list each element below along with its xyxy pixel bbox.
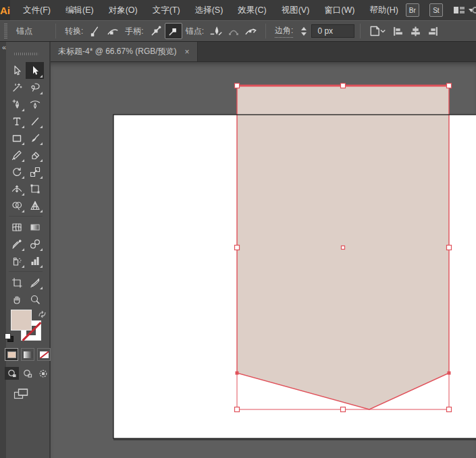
blend-tool[interactable]	[26, 235, 44, 252]
anchor-point[interactable]	[448, 372, 451, 375]
cut-path-icon	[244, 25, 258, 37]
scale-tool[interactable]	[26, 163, 44, 180]
menu-effect[interactable]: 效果(C)	[230, 0, 273, 20]
direct-selection-tool[interactable]	[26, 62, 44, 79]
draw-inside-button[interactable]	[36, 367, 50, 380]
panel-grip-icon[interactable]	[14, 53, 38, 55]
color-button[interactable]	[5, 348, 18, 361]
menu-window[interactable]: 窗口(W)	[317, 0, 362, 20]
handle-mid-left[interactable]	[235, 246, 240, 250]
selection-tool[interactable]	[7, 62, 26, 79]
perspective-grid-tool[interactable]	[26, 197, 44, 214]
paintbrush-tool[interactable]	[26, 130, 44, 146]
align-right-button[interactable]	[424, 23, 442, 39]
handle-top-right[interactable]	[447, 84, 452, 88]
rotate-tool[interactable]	[7, 163, 26, 180]
panel-grip-icon[interactable]	[4, 24, 7, 38]
menu-file[interactable]: 文件(F)	[16, 0, 58, 20]
menu-help[interactable]: 帮助(H)	[363, 0, 406, 20]
object-center-point[interactable]	[342, 246, 345, 250]
align-center-button[interactable]	[406, 23, 424, 39]
tool-group-divider	[7, 214, 44, 219]
handles-label: 手柄:	[125, 26, 143, 37]
handle-mid-right[interactable]	[447, 246, 452, 250]
remove-anchor-button[interactable]	[207, 23, 225, 39]
convert-to-corner-icon	[89, 25, 101, 37]
zoom-tool[interactable]	[26, 291, 44, 308]
show-handles-button[interactable]	[147, 23, 165, 39]
hand-tool[interactable]	[7, 291, 26, 308]
context-label: 锚点	[16, 26, 32, 37]
stock-button[interactable]: St	[429, 3, 443, 17]
pen-tool[interactable]	[7, 96, 26, 113]
tool-grid	[7, 62, 44, 308]
slice-tool[interactable]	[26, 274, 44, 291]
bridge-button[interactable]: Br	[406, 3, 419, 17]
screen-mode-button[interactable]	[11, 386, 30, 402]
step-up-icon	[301, 27, 307, 30]
width-tool[interactable]	[7, 180, 26, 197]
convert-label: 转换:	[65, 26, 83, 37]
menu-object[interactable]: 对象(O)	[101, 0, 145, 20]
shape-builder-tool[interactable]	[7, 197, 26, 214]
menu-items: 文件(F) 编辑(E) 对象(O) 文字(T) 选择(S) 效果(C) 视图(V…	[16, 0, 406, 20]
tab-close-icon[interactable]: ×	[185, 48, 190, 56]
eraser-tool[interactable]	[26, 146, 44, 163]
eyedropper-tool[interactable]	[7, 235, 26, 252]
divider	[360, 24, 361, 38]
gradient-tool[interactable]	[26, 219, 44, 235]
gradient-button[interactable]	[21, 348, 34, 361]
divider	[55, 24, 56, 38]
column-graph-tool[interactable]	[26, 252, 44, 269]
anchor-point[interactable]	[236, 372, 239, 375]
handle-bottom-left[interactable]	[235, 407, 240, 412]
rectangle-tool[interactable]	[7, 130, 26, 146]
shaper-tool[interactable]	[7, 146, 26, 163]
none-button[interactable]	[37, 348, 51, 361]
align-left-button[interactable]	[389, 23, 406, 39]
mesh-tool[interactable]	[7, 219, 26, 235]
magic-wand-tool[interactable]	[7, 79, 26, 96]
swap-fill-stroke-icon[interactable]	[38, 310, 47, 320]
symbol-sprayer-tool[interactable]	[7, 252, 26, 269]
lasso-tool[interactable]	[26, 79, 44, 96]
hide-handles-button[interactable]	[165, 23, 182, 39]
document-tab[interactable]: 未标题-4* @ 66.67% (RGB/预览) ×	[51, 42, 198, 61]
handle-top-left[interactable]	[235, 84, 240, 88]
connect-endpoints-icon	[228, 25, 240, 37]
corner-label[interactable]: 边角:	[275, 25, 293, 38]
canvas-area[interactable]	[51, 62, 476, 458]
convert-to-corner-button[interactable]	[86, 23, 104, 39]
free-transform-tool[interactable]	[26, 180, 44, 197]
handle-bottom-right[interactable]	[447, 407, 452, 412]
corner-radius-input[interactable]: 0 px	[311, 24, 354, 38]
drawing-mode-buttons	[5, 367, 50, 380]
handle-top-center[interactable]	[341, 84, 346, 88]
handle-bottom-center[interactable]	[341, 407, 346, 412]
align-center-icon	[410, 26, 421, 37]
clipped-search-icon	[472, 7, 476, 13]
color-chip	[7, 351, 16, 358]
draw-normal-button[interactable]	[5, 367, 19, 380]
curvature-tool[interactable]	[26, 96, 44, 113]
convert-to-smooth-icon	[107, 25, 119, 37]
artboard-tool[interactable]	[7, 274, 26, 291]
default-fill-stroke-icon[interactable]	[5, 333, 15, 343]
step-down-icon	[301, 32, 307, 36]
corner-stepper[interactable]	[299, 27, 309, 36]
cut-path-button[interactable]	[242, 23, 260, 39]
workspace-switcher[interactable]	[453, 5, 474, 15]
connect-endpoints-button[interactable]	[225, 23, 242, 39]
swatch-type-buttons	[5, 348, 51, 361]
document-options-button[interactable]	[366, 23, 389, 39]
fill-swatch[interactable]	[11, 310, 32, 331]
menu-edit[interactable]: 编辑(E)	[58, 0, 101, 20]
convert-to-smooth-button[interactable]	[104, 23, 122, 39]
menu-view[interactable]: 视图(V)	[274, 0, 317, 20]
menu-type[interactable]: 文字(T)	[145, 0, 188, 20]
menu-select[interactable]: 选择(S)	[188, 0, 231, 20]
collapse-panel-button[interactable]: «	[2, 43, 5, 51]
draw-behind-button[interactable]	[20, 367, 34, 380]
line-segment-tool[interactable]	[26, 113, 44, 130]
type-tool[interactable]	[7, 113, 26, 130]
